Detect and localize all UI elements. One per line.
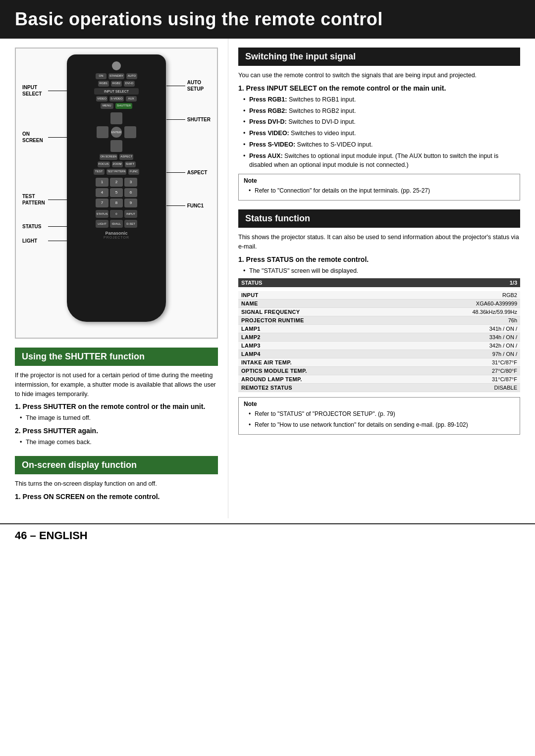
switching-bullets: Press RGB1: Switches to RGB1 input. Pres… <box>238 95 520 170</box>
test-btn[interactable]: TEST <box>94 169 105 175</box>
dpad-right[interactable] <box>124 126 136 138</box>
num-5-btn[interactable]: 5 <box>110 188 123 197</box>
aspect-label: ASPECT <box>187 170 208 175</box>
table-row: LAMP2334h / ON / <box>238 333 520 342</box>
status-row-value: 76h <box>403 316 520 325</box>
status-row-value: 341h / ON / <box>403 325 520 333</box>
shutter-header: Using the SHUTTER function <box>15 348 218 366</box>
status-step1-heading: 1. Press STATUS on the remote control. <box>238 255 520 263</box>
row-onscreen-aspect: ON SCREEN ASPECT <box>71 154 162 160</box>
num-7-btn[interactable]: 7 <box>96 199 108 207</box>
num-4-btn[interactable]: 4 <box>96 188 108 197</box>
func1-line <box>166 205 185 206</box>
num-0-btn[interactable]: 0 <box>110 210 123 218</box>
status-body: This shows the projector status. It can … <box>238 233 520 252</box>
right-column: Switching the input signal You can use t… <box>228 39 535 518</box>
table-row: LAMP497h / ON / <box>238 350 520 358</box>
status-row-label: AROUND LAMP TEMP. <box>238 375 403 384</box>
s-video-btn[interactable]: S-VIDEO <box>109 96 124 102</box>
num-2-btn[interactable]: 2 <box>110 178 123 187</box>
switching-header: Switching the input signal <box>238 48 520 66</box>
shutter-body: If the projector is not used for a certa… <box>15 371 218 399</box>
right-labels: AUTOSETUP SHUTTER ASPECT <box>166 79 211 208</box>
light-line <box>48 241 67 241</box>
video-btn[interactable]: VIDEO <box>96 96 107 102</box>
func-btn[interactable]: FUNC <box>128 169 139 175</box>
status-row-label: NAME <box>238 300 403 308</box>
dvi-d-btn[interactable]: DVI-D <box>124 81 135 87</box>
num-9-btn[interactable]: 9 <box>124 199 137 207</box>
standby-btn[interactable]: STANDBY <box>108 73 124 79</box>
onscreen-body: This turns the on-screen display functio… <box>15 479 218 489</box>
shutter-line <box>166 119 185 120</box>
table-row: PROJECTOR RUNTIME76h <box>238 316 520 325</box>
dpad-enter[interactable]: ENTER <box>111 127 122 138</box>
num-1-btn[interactable]: 1 <box>96 178 108 187</box>
dpad-left[interactable] <box>97 126 108 138</box>
bullet-s-video-text: Switches to S-VIDEO input. <box>297 141 373 148</box>
rgb2-btn[interactable]: RGB2 <box>111 81 122 87</box>
test-pattern-btn[interactable]: TEST PATTERN <box>107 169 127 175</box>
status-note-title: Note <box>244 401 515 407</box>
shutter-step2-heading: 2. Press SHUTTER again. <box>15 427 218 435</box>
zoom-btn[interactable]: ZOOM <box>112 161 123 167</box>
shutter-btn[interactable]: SHUTTER <box>115 103 132 109</box>
num-8-btn[interactable]: 8 <box>110 199 123 207</box>
page: Basic operations using the remote contro… <box>0 0 535 756</box>
on-btn[interactable]: ON <box>96 73 107 79</box>
shutter-section: Using the SHUTTER function If the projec… <box>15 348 218 447</box>
status-row-value: XGA60-A399999 <box>403 300 520 308</box>
status-label: STATUS <box>22 224 48 229</box>
aux-btn[interactable]: AUX <box>126 96 137 102</box>
onscreen-header: On-screen display function <box>15 456 218 474</box>
row-test: TEST TEST PATTERN FUNC <box>71 169 162 175</box>
status-table-page: 1/3 <box>510 280 517 286</box>
focus-btn[interactable]: FOCUS <box>98 161 110 167</box>
auto-btn[interactable]: AUTO <box>126 73 137 79</box>
status-table-container: STATUS 1/3 INPUTRGB2NAMEXGA60-A399999SIG… <box>238 278 520 392</box>
row-light: LIGHT ID/ALL D.SET <box>96 220 137 228</box>
remote-image: ON STANDBY AUTO RGB1 RGB2 DVI-D <box>15 48 218 339</box>
rgb1-btn[interactable]: RGB1 <box>98 81 109 87</box>
status-row-value: DISABLE <box>403 384 520 392</box>
switching-note-box: Note Refer to "Connection" for details o… <box>238 174 520 201</box>
dpad-down[interactable] <box>110 140 122 152</box>
light-label: LIGHT <box>22 238 48 244</box>
id-all-btn[interactable]: ID/ALL <box>110 220 123 228</box>
aspect-btn[interactable]: ASPECT <box>119 154 133 160</box>
input-btn[interactable]: INPUT <box>124 210 137 218</box>
dpad-up[interactable] <box>110 112 122 124</box>
on-screen-label: ONSCREEN <box>22 131 48 144</box>
input-select-label: INPUTSELECT <box>22 84 48 97</box>
bullet-rgb2-text: Switches to RGB2 input. <box>289 107 356 114</box>
switching-body: You can use the remote control to switch… <box>238 71 520 80</box>
status-line <box>48 226 67 227</box>
status-row-label: LAMP1 <box>238 325 403 333</box>
menu-btn[interactable]: MENU <box>101 103 113 109</box>
onscreen-btn[interactable]: ON SCREEN <box>100 154 118 160</box>
table-row: REMOTE2 STATUSDISABLE <box>238 384 520 392</box>
status-row-label: LAMP2 <box>238 333 403 342</box>
status-btn[interactable]: STATUS <box>96 210 108 218</box>
bullet-video-text: Switches to video input. <box>291 130 356 137</box>
test-pattern-label: TESTPATTERN <box>22 193 48 206</box>
light-label-group: LIGHT <box>22 238 67 244</box>
row-input-select: INPUT SELECT <box>71 88 162 95</box>
light-btn[interactable]: LIGHT <box>96 220 108 228</box>
bullet-aux-label: Press AUX: <box>249 152 283 159</box>
status-table-header: STATUS 1/3 <box>238 278 520 287</box>
num-3-btn[interactable]: 3 <box>124 178 137 187</box>
num-6-btn[interactable]: 6 <box>124 188 137 197</box>
shift-btn[interactable]: SHIFT <box>125 161 136 167</box>
on-screen-label-group: ONSCREEN <box>22 131 67 144</box>
d-set-btn[interactable]: D.SET <box>124 220 137 228</box>
status-row-label: INTAKE AIR TEMP. <box>238 358 403 367</box>
aspect-line <box>166 172 185 173</box>
bullet-rgb2: Press RGB2: Switches to RGB2 input. <box>243 106 520 116</box>
footer-text: 46 – ENGLISH <box>15 529 88 542</box>
input-select-btn[interactable]: INPUT SELECT <box>94 88 139 95</box>
bullet-aux: Press AUX: Switches to optional input mo… <box>243 151 520 170</box>
table-row: INPUTRGB2 <box>238 291 520 300</box>
status-row-value: 334h / ON / <box>403 333 520 342</box>
bullet-rgb2-label: Press RGB2: <box>249 107 287 114</box>
